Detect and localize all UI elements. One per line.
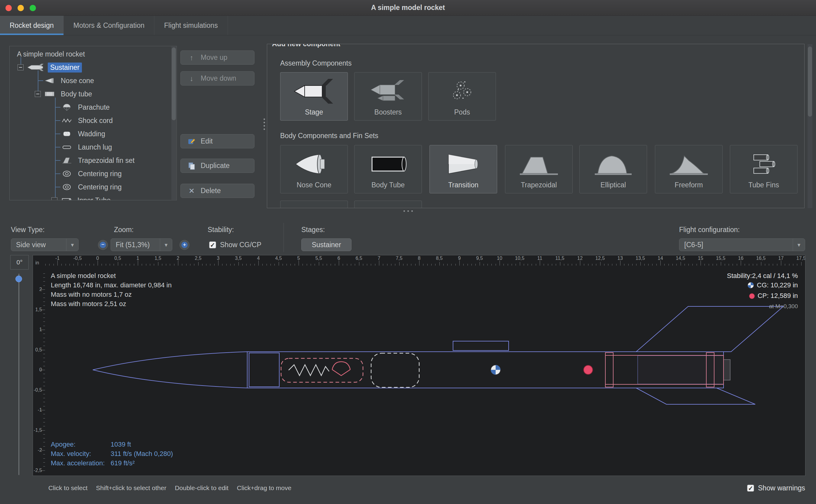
zoom-label: Zoom: xyxy=(114,226,134,234)
show-warnings-checkbox[interactable]: ✓ xyxy=(747,485,754,492)
tree-item-wadding[interactable]: Wadding xyxy=(10,127,170,141)
splitter-handle-horizontal[interactable] xyxy=(403,210,413,212)
stage-sustainer-toggle[interactable]: Sustainer xyxy=(301,238,351,251)
rocket-icon xyxy=(27,63,44,71)
cp-icon xyxy=(749,292,755,302)
tree-item-centering-ring-1[interactable]: Centering ring xyxy=(10,167,170,180)
arrow-down-icon: ↓ xyxy=(187,74,196,83)
maximize-window-icon[interactable] xyxy=(30,5,36,11)
component-tile-partial[interactable] xyxy=(354,201,422,208)
rotation-slider-track[interactable] xyxy=(18,274,19,475)
delete-button[interactable]: ✕ Delete xyxy=(180,184,254,198)
add-elliptical-fin-button[interactable]: Elliptical xyxy=(579,145,647,193)
centering-ring-icon xyxy=(62,183,72,191)
show-cgcp-checkbox[interactable]: ✓ xyxy=(209,241,216,248)
cg-marker xyxy=(491,365,500,375)
collapse-icon[interactable] xyxy=(51,197,57,200)
show-warnings-label: Show warnings xyxy=(758,484,805,492)
tree-item-parachute[interactable]: Parachute xyxy=(10,101,170,114)
inner-tube-icon xyxy=(61,196,71,200)
move-up-button[interactable]: ↑ Move up xyxy=(180,50,254,65)
cp-marker xyxy=(584,365,593,374)
add-freeform-fin-button[interactable]: Freeform xyxy=(655,145,723,193)
tree-item-shock-cord[interactable]: Shock cord xyxy=(10,114,170,127)
nose-cone-big-icon xyxy=(280,149,348,179)
add-tube-fins-button[interactable]: Tube Fins xyxy=(730,145,798,193)
splitter-handle-vertical[interactable] xyxy=(264,118,265,130)
move-down-button[interactable]: ↓ Move down xyxy=(180,71,254,86)
elliptical-fin-icon xyxy=(580,149,647,179)
show-warnings-row: ✓ Show warnings xyxy=(747,484,805,492)
tree-item-body-tube[interactable]: Body tube xyxy=(10,87,170,101)
minimize-window-icon[interactable] xyxy=(18,5,24,11)
tree-item-inner-tube[interactable]: Inner Tube xyxy=(10,194,170,200)
tree-item-fin-set[interactable]: Trapezoidal fin set xyxy=(10,154,170,167)
zoom-out-button[interactable]: − xyxy=(98,240,108,250)
toolbar-divider xyxy=(283,223,284,252)
rotation-angle-field[interactable]: 0° xyxy=(10,255,29,270)
apogee-value: 1039 ft xyxy=(111,440,131,449)
add-nose-cone-button[interactable]: Nose Cone xyxy=(280,145,348,193)
rotation-slider-thumb[interactable] xyxy=(15,276,22,282)
collapse-icon[interactable] xyxy=(18,64,24,70)
window-title: A simple model rocket xyxy=(371,4,445,12)
tree-item-centering-ring-2[interactable]: Centering ring xyxy=(10,180,170,194)
edit-pencil-icon xyxy=(187,137,196,145)
duplicate-button[interactable]: Duplicate xyxy=(180,159,254,173)
tube-fins-icon xyxy=(730,149,797,179)
panel-scrollbar[interactable] xyxy=(808,44,812,208)
cg-value: CG: 10,229 in xyxy=(757,281,798,289)
window-controls xyxy=(5,5,36,11)
fin-set-icon xyxy=(62,157,72,164)
shock-cord-icon xyxy=(62,117,72,124)
tree-scrollbar-thumb[interactable] xyxy=(172,47,176,120)
stability-value: Stability:2,4 cal / 14,1 % xyxy=(727,271,798,280)
cg-icon xyxy=(747,282,754,291)
wadding-icon xyxy=(62,130,72,138)
edit-button[interactable]: Edit xyxy=(180,134,254,148)
flight-configuration-dropdown[interactable]: [C6-5] ▾ xyxy=(679,238,805,251)
hint-text: Click to select Shift+click to select ot… xyxy=(48,484,291,492)
tab-flight-simulations[interactable]: Flight simulations xyxy=(154,16,228,35)
component-tile-partial[interactable] xyxy=(280,201,348,208)
zoom-out-icon: − xyxy=(100,242,106,248)
pods-icon xyxy=(429,76,496,106)
add-boosters-button[interactable]: Boosters xyxy=(354,72,422,121)
body-tube-big-icon xyxy=(355,149,422,179)
zoom-dropdown[interactable]: Fit (51,3%) ▾ xyxy=(111,238,172,251)
panel-title: Add new component xyxy=(269,44,343,48)
duplicate-copy-icon xyxy=(187,162,196,170)
status-bar: Click to select Shift+click to select ot… xyxy=(0,479,816,497)
tree-item-sustainer[interactable]: Sustainer xyxy=(10,61,170,74)
mach-value: at M=0,300 xyxy=(727,302,798,311)
tree-item-launch-lug[interactable]: Launch lug xyxy=(10,141,170,154)
add-pods-button[interactable]: Pods xyxy=(428,72,496,121)
stage-icon xyxy=(280,76,348,106)
zoom-in-button[interactable]: + xyxy=(180,240,189,250)
zoom-in-icon: + xyxy=(181,242,188,248)
delete-x-icon: ✕ xyxy=(187,187,196,195)
close-window-icon[interactable] xyxy=(5,5,12,11)
assembly-components-label: Assembly Components xyxy=(280,59,352,67)
tree-item-nose-cone[interactable]: Nose cone xyxy=(10,74,170,87)
rocket-canvas[interactable]: -1-0,500,511,522,533,544,555,566,577,588… xyxy=(33,255,805,476)
collapse-icon[interactable] xyxy=(35,91,41,97)
add-component-panel: Add new component Assembly Components St… xyxy=(267,44,805,208)
flight-configuration-label: Flight configuration: xyxy=(679,226,740,234)
panel-scrollbar-thumb[interactable] xyxy=(808,47,812,117)
tree-scrollbar[interactable] xyxy=(171,47,176,200)
trapezoidal-fin-icon xyxy=(505,149,572,179)
tab-rocket-design[interactable]: Rocket design xyxy=(0,16,64,35)
stability-info-block: Stability:2,4 cal / 14,1 % CG: 10,229 in… xyxy=(727,271,798,311)
add-trapezoidal-fin-button[interactable]: Trapezoidal xyxy=(505,145,573,193)
tree-item-root[interactable]: A simple model rocket xyxy=(10,47,170,61)
add-stage-button[interactable]: Stage xyxy=(280,72,348,121)
check-icon: ✓ xyxy=(747,485,754,491)
add-body-tube-button[interactable]: Body Tube xyxy=(354,145,422,193)
view-type-dropdown[interactable]: Side view ▾ xyxy=(11,238,79,251)
stages-label: Stages: xyxy=(301,226,325,234)
add-transition-button[interactable]: Transition xyxy=(429,145,497,193)
tab-motors-configuration[interactable]: Motors & Configuration xyxy=(64,16,154,35)
check-icon: ✓ xyxy=(209,242,216,248)
cp-value: CP: 12,589 in xyxy=(758,292,798,299)
